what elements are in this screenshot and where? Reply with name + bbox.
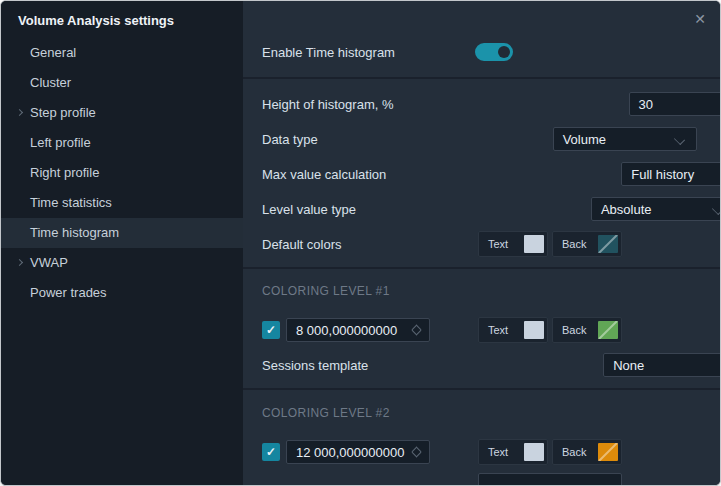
divider	[243, 388, 720, 390]
back-color-label: Back	[562, 324, 586, 336]
level-2-text-color-button[interactable]: Text	[478, 439, 548, 465]
sidebar-item-label: Left profile	[30, 135, 91, 150]
sidebar-item-label: Time statistics	[30, 195, 112, 210]
sessions-template-value: None	[613, 358, 644, 373]
stepper[interactable]	[413, 441, 420, 463]
default-text-color-button[interactable]: Text	[478, 231, 548, 257]
sidebar-item-power-trades[interactable]: Power trades	[1, 278, 243, 308]
text-color-label: Text	[488, 238, 508, 250]
sidebar-item-label: VWAP	[30, 255, 68, 270]
sidebar-item-vwap[interactable]: VWAP	[1, 248, 243, 278]
sessions-template-label: Sessions template	[262, 358, 368, 373]
text-color-label: Text	[488, 446, 508, 458]
level-2-checkbox[interactable]: ✓	[262, 443, 280, 461]
level-1-checkbox[interactable]: ✓	[262, 321, 280, 339]
default-colors-label: Default colors	[262, 237, 341, 252]
height-row: Height of histogram, % 30	[243, 92, 720, 116]
level-2-value-input[interactable]: 12 000,000000000	[286, 440, 430, 464]
enable-row: Enable Time histogram	[243, 39, 720, 65]
text-color-swatch	[524, 443, 544, 461]
close-icon[interactable]: ✕	[694, 11, 706, 27]
back-color-swatch	[598, 321, 618, 339]
chevron-down-icon	[712, 204, 721, 215]
data-type-select[interactable]: Volume	[553, 127, 697, 151]
sidebar-item-time-statistics[interactable]: Time statistics	[1, 188, 243, 218]
level-1-text-color-button[interactable]: Text	[478, 317, 548, 343]
back-color-swatch	[598, 443, 618, 461]
level-1-value: 8 000,000000000	[296, 323, 397, 338]
sessions-template-row: Sessions template None	[243, 353, 720, 377]
divider	[243, 267, 720, 269]
stepper[interactable]	[413, 319, 420, 341]
toggle-knob	[498, 46, 510, 58]
chevron-right-icon	[16, 259, 23, 266]
check-icon: ✓	[266, 323, 276, 337]
level-value-row: Level value type Absolute	[243, 197, 720, 221]
level-value-select[interactable]: Absolute	[591, 197, 721, 221]
volume-analysis-settings-dialog: Volume Analysis settings General Cluster…	[0, 0, 721, 486]
data-type-label: Data type	[262, 132, 318, 147]
sidebar-item-left-profile[interactable]: Left profile	[1, 128, 243, 158]
level-1-back-color-button[interactable]: Back	[552, 317, 622, 343]
level-2-back-color-button[interactable]: Back	[552, 439, 622, 465]
back-color-label: Back	[562, 238, 586, 250]
text-color-swatch	[524, 235, 544, 253]
back-color-swatch	[598, 235, 618, 253]
chevron-down-icon	[674, 134, 685, 145]
height-value: 30	[639, 97, 653, 112]
level-2-value: 12 000,000000000	[296, 445, 404, 460]
enable-toggle[interactable]	[475, 43, 513, 61]
sidebar-item-cluster[interactable]: Cluster	[1, 68, 243, 98]
level-value-value: Absolute	[601, 202, 652, 217]
data-type-row: Data type Volume	[243, 127, 720, 151]
back-color-label: Back	[562, 446, 586, 458]
data-type-value: Volume	[563, 132, 606, 147]
level-value-label: Level value type	[262, 202, 356, 217]
coloring-level-1-heading: COLORING LEVEL #1	[262, 284, 390, 298]
sidebar-item-step-profile[interactable]: Step profile	[1, 98, 243, 128]
sessions-template-select[interactable]: None	[603, 353, 721, 377]
sidebar-item-label: General	[30, 45, 76, 60]
level-1-value-input[interactable]: 8 000,000000000	[286, 318, 430, 342]
sidebar-item-general[interactable]: General	[1, 38, 243, 68]
check-icon: ✓	[266, 445, 276, 459]
divider	[243, 77, 720, 79]
default-colors-row: Default colors Text Back	[243, 231, 720, 257]
sidebar-item-label: Time histogram	[30, 225, 119, 240]
max-value-label: Max value calculation	[262, 167, 386, 182]
text-color-swatch	[524, 321, 544, 339]
default-back-color-button[interactable]: Back	[552, 231, 622, 257]
sidebar-item-label: Right profile	[30, 165, 99, 180]
level-2-sessions-select-partial[interactable]	[478, 473, 622, 486]
text-color-label: Text	[488, 324, 508, 336]
sidebar-item-label: Cluster	[30, 75, 71, 90]
enable-label: Enable Time histogram	[262, 45, 395, 60]
coloring-level-2-heading: COLORING LEVEL #2	[262, 406, 390, 420]
chevron-right-icon	[16, 109, 23, 116]
dialog-title: Volume Analysis settings	[1, 1, 243, 28]
height-label: Height of histogram, %	[262, 97, 394, 112]
coloring-level-2-row: ✓ 12 000,000000000 Text Back	[243, 439, 720, 465]
height-input[interactable]: 30	[629, 92, 721, 116]
sidebar-item-label: Power trades	[30, 285, 107, 300]
sidebar-item-right-profile[interactable]: Right profile	[1, 158, 243, 188]
coloring-level-1-row: ✓ 8 000,000000000 Text Back	[243, 317, 720, 343]
sidebar: Volume Analysis settings General Cluster…	[1, 1, 243, 485]
sidebar-item-label: Step profile	[30, 105, 96, 120]
max-value-select[interactable]: Full history	[621, 162, 721, 186]
max-value-value: Full history	[631, 167, 694, 182]
sidebar-nav: General Cluster Step profile Left profil…	[1, 38, 243, 308]
sidebar-item-time-histogram[interactable]: Time histogram	[1, 218, 243, 248]
settings-panel: ✕ Enable Time histogram Height of histog…	[243, 1, 720, 485]
max-value-row: Max value calculation Full history	[243, 162, 720, 186]
